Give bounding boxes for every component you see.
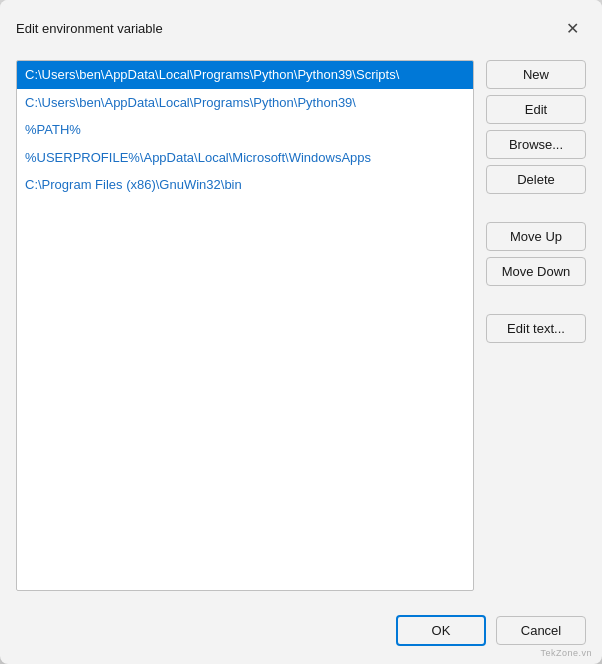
move-up-button[interactable]: Move Up <box>486 222 586 251</box>
edit-env-dialog: Edit environment variable ✕ C:\Users\ben… <box>0 0 602 664</box>
watermark: TekZone.vn <box>540 648 592 658</box>
dialog-footer: OK Cancel <box>0 607 602 664</box>
edit-text-button[interactable]: Edit text... <box>486 314 586 343</box>
list-item[interactable]: %PATH% <box>17 116 473 144</box>
env-variable-list[interactable]: C:\Users\ben\AppData\Local\Programs\Pyth… <box>16 60 474 591</box>
list-item[interactable]: C:\Users\ben\AppData\Local\Programs\Pyth… <box>17 61 473 89</box>
close-button[interactable]: ✕ <box>558 14 586 42</box>
spacer2 <box>486 292 586 308</box>
ok-button[interactable]: OK <box>396 615 486 646</box>
title-bar: Edit environment variable ✕ <box>0 0 602 50</box>
dialog-title: Edit environment variable <box>16 21 163 36</box>
delete-button[interactable]: Delete <box>486 165 586 194</box>
move-down-button[interactable]: Move Down <box>486 257 586 286</box>
dialog-body: C:\Users\ben\AppData\Local\Programs\Pyth… <box>0 50 602 607</box>
list-item[interactable]: %USERPROFILE%\AppData\Local\Microsoft\Wi… <box>17 144 473 172</box>
edit-button[interactable]: Edit <box>486 95 586 124</box>
cancel-button[interactable]: Cancel <box>496 616 586 645</box>
new-button[interactable]: New <box>486 60 586 89</box>
browse-button[interactable]: Browse... <box>486 130 586 159</box>
spacer <box>486 200 586 216</box>
list-item[interactable]: C:\Program Files (x86)\GnuWin32\bin <box>17 171 473 199</box>
buttons-panel: New Edit Browse... Delete Move Up Move D… <box>486 60 586 591</box>
list-item[interactable]: C:\Users\ben\AppData\Local\Programs\Pyth… <box>17 89 473 117</box>
